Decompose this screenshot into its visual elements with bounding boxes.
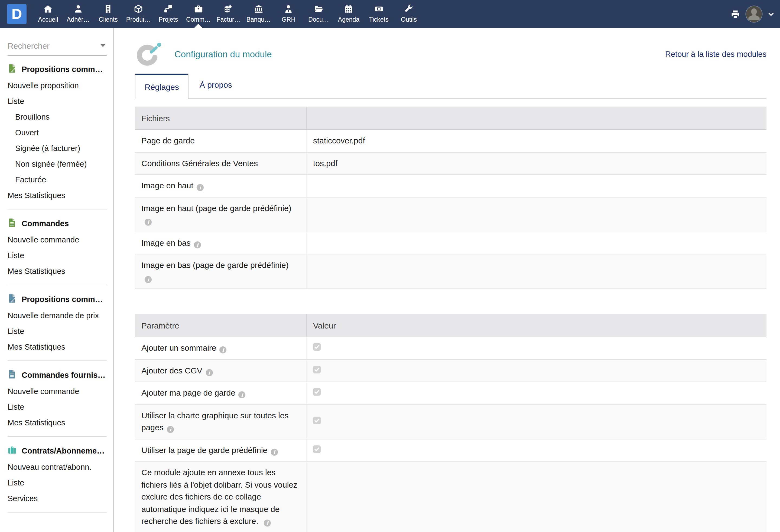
sidebar-section-propositions-commerciales[interactable]: Propositions comm… [0, 58, 113, 77]
row-label: Ce module ajoute en annexe tous les fich… [141, 468, 297, 526]
sidebar-item-ouvert[interactable]: Ouvert [0, 124, 113, 140]
back-to-modules-link[interactable]: Retour à la liste des modules [665, 50, 767, 58]
row-value: staticcover.pdf [313, 136, 365, 145]
nav-item-accueil[interactable]: Accueil [33, 0, 63, 28]
table-row: Ajouter ma page de gardei [135, 382, 767, 404]
sidebar-item-liste-demandes[interactable]: Liste [0, 323, 113, 339]
nav-item-adherents[interactable]: Adhér… [63, 0, 93, 28]
sidebar-divider [8, 436, 107, 437]
parameters-table-header: Paramètre Valeur [135, 314, 767, 337]
nav-label: Produi… [126, 16, 151, 23]
info-icon[interactable]: i [194, 241, 201, 248]
info-icon[interactable]: i [220, 347, 227, 354]
checkbox-checked-disabled[interactable] [313, 343, 321, 351]
search-dropdown-caret-icon[interactable] [100, 44, 106, 47]
sidebar-item-brouillons[interactable]: Brouillons [0, 109, 113, 124]
cube-icon [134, 4, 143, 13]
folder-open-icon [314, 4, 323, 13]
nav-label: GRH [282, 16, 295, 23]
nav-item-agenda[interactable]: Agenda [334, 0, 364, 28]
sidebar-section-propositions-fournisseurs[interactable]: Propositions comm… [0, 288, 113, 307]
top-navbar: D Accueil Adhér… Clients Produi… Projets [0, 0, 780, 28]
main-content: Configuration du module Retour à la list… [114, 28, 780, 532]
nav-item-tickets[interactable]: Tickets [364, 0, 394, 28]
nav-item-banques[interactable]: Banqu… [243, 0, 274, 28]
sidebar-item-mes-statistiques-commandes[interactable]: Mes Statistiques [0, 263, 113, 279]
parametre-header-cell: Paramètre [135, 314, 306, 337]
row-label: Conditions Générales de Ventes [141, 158, 258, 167]
info-icon[interactable]: i [271, 448, 278, 456]
section-title: Commandes [22, 219, 69, 228]
info-icon[interactable]: i [167, 426, 174, 433]
nav-label: Banqu… [246, 16, 271, 23]
dolibarr-module-setup-page: D Accueil Adhér… Clients Produi… Projets [0, 0, 780, 532]
sidebar-item-mes-statistiques-propositions[interactable]: Mes Statistiques [0, 187, 113, 203]
table-row: Ce module ajoute en annexe tous les fich… [135, 461, 767, 532]
sidebar-item-services[interactable]: Services [0, 490, 113, 506]
nav-label: Projets [159, 16, 178, 23]
user-avatar[interactable] [745, 5, 763, 23]
sidebar-item-nouvelle-commande[interactable]: Nouvelle commande [0, 232, 113, 247]
checkbox-checked-disabled[interactable] [313, 445, 321, 453]
sidebar-item-signee-a-facturer[interactable]: Signée (à facturer) [0, 140, 113, 156]
sidebar-section-commandes[interactable]: Commandes [0, 212, 113, 232]
sidebar-item-mes-statistiques-demandes[interactable]: Mes Statistiques [0, 339, 113, 355]
dolibarr-logo[interactable]: D [7, 4, 27, 24]
building-icon [104, 4, 113, 13]
nav-label: Docu… [308, 16, 329, 23]
search-input[interactable] [8, 40, 107, 55]
tab-reglages[interactable]: Réglages [135, 73, 189, 99]
row-label: Utiliser la page de garde prédéfinie [141, 445, 267, 454]
checkbox-checked-disabled[interactable] [313, 388, 321, 395]
info-icon[interactable]: i [205, 369, 212, 376]
bank-icon [254, 4, 263, 13]
info-icon[interactable]: i [197, 184, 204, 191]
nav-label: Outils [401, 16, 417, 23]
sidebar-item-liste-commandes[interactable]: Liste [0, 247, 113, 263]
info-icon[interactable]: i [239, 391, 246, 398]
nav-label: Clients [99, 16, 117, 23]
nav-item-documents[interactable]: Docu… [304, 0, 334, 28]
sidebar-item-mes-statistiques-fournisseurs[interactable]: Mes Statistiques [0, 415, 113, 430]
nav-item-clients[interactable]: Clients [93, 0, 123, 28]
tabs: Réglages À propos [135, 72, 767, 99]
nav-item-outils[interactable]: Outils [394, 0, 424, 28]
info-icon[interactable]: i [145, 276, 152, 283]
sidebar-item-nouvelle-commande-fournisseur[interactable]: Nouvelle commande [0, 383, 113, 399]
chevron-down-icon[interactable] [768, 10, 775, 17]
row-label: Image en bas (page de garde prédéfinie) [141, 260, 289, 269]
sidebar-item-facturee[interactable]: Facturée [0, 171, 113, 187]
nav-item-grh[interactable]: GRH [274, 0, 304, 28]
user-tie-icon [284, 4, 293, 13]
info-icon[interactable]: i [264, 520, 271, 527]
files-table-header: Fichiers [135, 107, 767, 129]
sidebar-item-liste-propositions[interactable]: Liste [0, 93, 113, 109]
nav-item-projets[interactable]: Projets [153, 0, 183, 28]
row-label: Page de garde [141, 136, 195, 145]
sidebar-item-liste-contrats[interactable]: Liste [0, 475, 113, 490]
checkbox-checked-disabled[interactable] [313, 417, 321, 424]
sidebar-section-contrats-abonnements[interactable]: Contrats/Abonneme… [0, 439, 113, 459]
sidebar-item-non-signee-fermee[interactable]: Non signée (fermée) [0, 156, 113, 171]
nav-item-produits[interactable]: Produi… [123, 0, 153, 28]
sidebar-section-commandes-fournisseurs[interactable]: Commandes fournis… [0, 364, 113, 383]
tab-a-propos[interactable]: À propos [189, 73, 243, 99]
print-icon[interactable] [730, 9, 740, 19]
active-menu-caret [194, 24, 203, 28]
sidebar-item-nouvelle-proposition[interactable]: Nouvelle proposition [0, 77, 113, 93]
table-row: Utiliser la page de garde prédéfiniei [135, 439, 767, 461]
section-title: Propositions comm… [22, 65, 103, 73]
nav-item-facturation[interactable]: Factur… [213, 0, 243, 28]
nav-item-commerce[interactable]: Comm… [183, 0, 213, 28]
row-label: Ajouter des CGV [141, 366, 202, 375]
project-diagram-icon [164, 4, 173, 13]
sidebar-item-nouvelle-demande-de-prix[interactable]: Nouvelle demande de prix [0, 307, 113, 323]
row-value: tos.pdf [313, 158, 337, 167]
row-label: Utiliser la charte graphique sur toutes … [141, 411, 289, 432]
table-row: Image en basi [135, 232, 767, 254]
info-icon[interactable]: i [145, 219, 152, 226]
checkbox-checked-disabled[interactable] [313, 366, 321, 373]
sidebar-item-liste-commandes-fournisseurs[interactable]: Liste [0, 399, 113, 415]
table-row: Image en hauti [135, 174, 767, 197]
sidebar-item-nouveau-contrat[interactable]: Nouveau contrat/abonn. [0, 459, 113, 475]
